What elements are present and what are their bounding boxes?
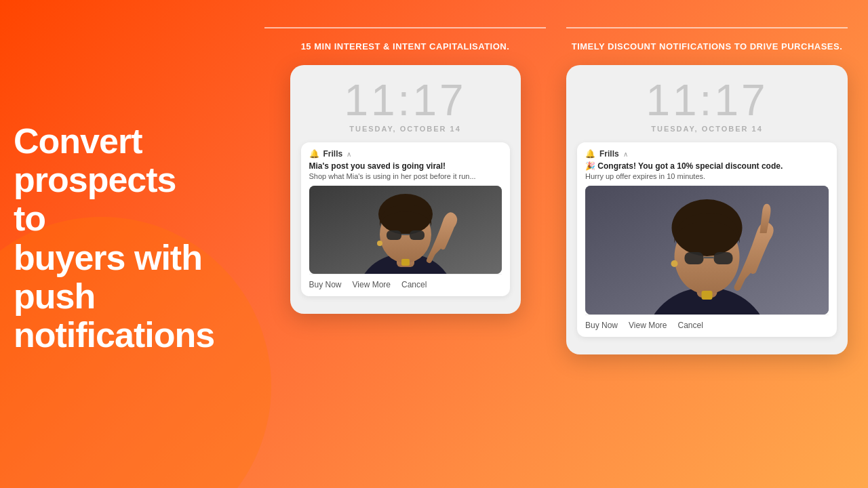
left-chevron-icon: ∧ bbox=[347, 150, 351, 158]
right-chevron-icon: ∧ bbox=[623, 150, 628, 158]
left-clock-time: 11:17 bbox=[301, 79, 510, 122]
right-person-svg bbox=[585, 186, 829, 314]
right-notification-column: TIMELY DISCOUNT NOTIFICATIONS TO DRIVE P… bbox=[566, 27, 848, 354]
left-notif-image bbox=[309, 186, 502, 274]
right-clock-time: 11:17 bbox=[577, 79, 837, 122]
svg-point-8 bbox=[377, 241, 382, 246]
left-buy-now-btn[interactable]: Buy Now bbox=[309, 280, 342, 289]
left-divider bbox=[264, 27, 546, 28]
left-cancel-btn[interactable]: Cancel bbox=[401, 280, 427, 289]
right-bell-icon: 🔔 bbox=[585, 149, 595, 159]
left-app-name: Frills bbox=[323, 149, 343, 159]
hero-text: Convert prospects to buyers with push no… bbox=[0, 122, 217, 354]
right-notif-actions: Buy Now View More Cancel bbox=[585, 314, 829, 330]
left-notif-title: Mia's post you saved is going viral! bbox=[309, 161, 502, 171]
left-notification-column: 15 MIN INTEREST & INTENT CAPITALISATION.… bbox=[264, 27, 546, 314]
svg-rect-15 bbox=[685, 252, 704, 264]
right-notification-card: 🔔 Frills ∧ 🎉 Congrats! You got a 10% spe… bbox=[577, 142, 837, 337]
right-notif-body: Hurry up offer expires in 10 minutes. bbox=[585, 172, 829, 180]
hero-line5: notifications bbox=[14, 315, 214, 354]
right-cancel-btn[interactable]: Cancel bbox=[678, 321, 703, 330]
left-bell-icon: 🔔 bbox=[309, 149, 319, 159]
right-notif-header: 🔔 Frills ∧ bbox=[585, 149, 829, 159]
svg-rect-6 bbox=[410, 230, 425, 240]
svg-point-18 bbox=[671, 260, 678, 267]
right-notif-image bbox=[585, 186, 829, 314]
left-view-more-btn[interactable]: View More bbox=[353, 280, 391, 289]
left-phone-mockup: 11:17 TUESDAY, OCTOBER 14 🔔 Frills ∧ Mia… bbox=[290, 65, 521, 314]
svg-rect-9 bbox=[401, 259, 410, 266]
hero-line3: buyers with bbox=[14, 238, 202, 277]
hero-line4: push bbox=[14, 277, 95, 316]
right-clock-date: TUESDAY, OCTOBER 14 bbox=[577, 125, 837, 133]
left-clock-date: TUESDAY, OCTOBER 14 bbox=[301, 125, 510, 133]
notifications-container: 15 MIN INTEREST & INTENT CAPITALISATION.… bbox=[244, 0, 868, 488]
left-notif-header: 🔔 Frills ∧ bbox=[309, 149, 502, 159]
right-app-name: Frills bbox=[599, 149, 619, 159]
svg-rect-5 bbox=[387, 230, 401, 240]
svg-rect-19 bbox=[702, 291, 713, 300]
right-view-more-btn[interactable]: View More bbox=[629, 321, 667, 330]
left-notif-actions: Buy Now View More Cancel bbox=[309, 274, 502, 289]
hero-line2: prospects to bbox=[14, 160, 176, 238]
right-notif-title: 🎉 Congrats! You got a 10% special discou… bbox=[585, 161, 829, 171]
hero-line1: Convert bbox=[14, 121, 142, 161]
right-column-label: TIMELY DISCOUNT NOTIFICATIONS TO DRIVE P… bbox=[572, 41, 843, 53]
svg-rect-16 bbox=[714, 252, 733, 264]
left-notification-card: 🔔 Frills ∧ Mia's post you saved is going… bbox=[301, 142, 510, 296]
right-buy-now-btn[interactable]: Buy Now bbox=[585, 321, 618, 330]
left-column-label: 15 MIN INTEREST & INTENT CAPITALISATION. bbox=[301, 41, 510, 53]
left-notif-body: Shop what Mia's is using in her post bef… bbox=[309, 172, 502, 180]
left-person-svg bbox=[309, 186, 502, 274]
right-phone-mockup: 11:17 TUESDAY, OCTOBER 14 🔔 Frills ∧ 🎉 C… bbox=[566, 65, 848, 354]
right-divider bbox=[566, 27, 848, 28]
